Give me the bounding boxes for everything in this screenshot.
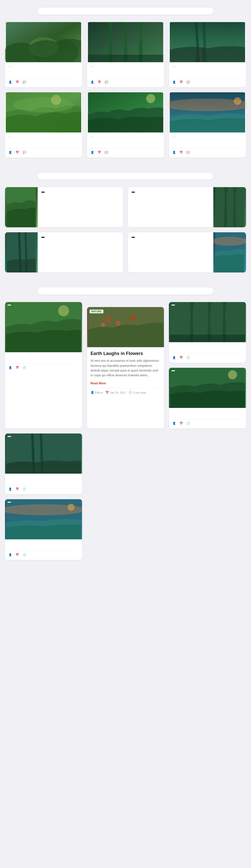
- card-vg3-body: 👤 📅 💬: [169, 62, 246, 87]
- comment-icon: 💬: [23, 151, 26, 154]
- card-vg5-tag: [91, 136, 95, 137]
- card-vg4-meta: 👤 📅 💬: [8, 148, 79, 154]
- card-vg3-image: [169, 22, 246, 62]
- svg-point-26: [116, 321, 121, 326]
- card-ge4-body: [128, 232, 213, 273]
- svg-point-25: [105, 317, 111, 322]
- section-title-grid2: [38, 173, 213, 180]
- card-vg1-image: [5, 22, 82, 62]
- card-be3-tag: [7, 436, 11, 437]
- card-vg1-tag: [8, 66, 12, 67]
- clock-icon: 🕐: [23, 488, 26, 491]
- block-col2: 👤 📅 🕐: [169, 302, 246, 429]
- section-grid-extended-2: [0, 167, 251, 282]
- card-vg5-meta: 👤 📅 💬: [91, 148, 161, 154]
- card-be5-body: 👤 📅 🕐: [169, 408, 246, 429]
- svg-point-28: [129, 315, 136, 322]
- calendar-icon: 📅: [98, 81, 101, 84]
- card-vg6-image: [169, 92, 246, 132]
- card-vg2-tag: [91, 66, 95, 67]
- svg-point-21: [213, 237, 246, 246]
- calendar-icon: 📅: [180, 356, 183, 359]
- comment-icon: 💬: [187, 81, 190, 84]
- comment-icon: 💬: [23, 81, 26, 84]
- card-be6: 👤 📅 🕐: [5, 499, 82, 560]
- comment-icon: 💬: [105, 81, 108, 84]
- user-icon: 👤: [8, 81, 12, 84]
- card-be1-meta: 👤 📅 🕐: [8, 363, 79, 369]
- section-title-block3: [38, 287, 213, 294]
- card-vg2-body: 👤 📅 💬: [87, 62, 164, 87]
- user-icon: 👤: [172, 151, 176, 154]
- card-be3-meta: 👤 📅 🕐: [8, 485, 79, 491]
- svg-rect-18: [215, 187, 244, 227]
- block-extended-3-container: 👤 📅 🕐 Nature Earth Laughs in Flower: [5, 302, 246, 560]
- card-vg1-comments: 💬: [23, 81, 27, 84]
- calendar-icon: 📅: [15, 366, 19, 369]
- card-vg5: 👤 📅 💬: [87, 92, 164, 158]
- calendar-icon: 📅: [15, 488, 19, 491]
- card-be5-meta: 👤 📅 🕐: [172, 419, 243, 425]
- svg-rect-30: [170, 335, 245, 342]
- card-vg3-tag: [172, 66, 177, 67]
- card-vg1-author: 👤: [8, 81, 13, 84]
- card-be5-tag: [171, 370, 175, 371]
- card-ge1-image: [5, 187, 38, 227]
- card-vg5-image: [87, 92, 164, 132]
- section-vertical-grid-3: 👤 📅 💬: [0, 0, 251, 167]
- card-ge1-body: [38, 187, 123, 227]
- user-icon: 👤: [172, 81, 176, 84]
- card-ge2-image: [213, 187, 246, 227]
- calendar-icon: 📅: [180, 81, 183, 84]
- card-ge4: [128, 232, 246, 273]
- card-ge3-tag: [41, 237, 45, 238]
- card-vg1-body: 👤 📅 💬: [5, 62, 82, 87]
- card-be3: 👤 📅 🕐: [5, 434, 82, 494]
- svg-point-32: [228, 370, 237, 379]
- card-vg3: 👤 📅 💬: [169, 22, 246, 87]
- calendar-icon: 📅: [15, 151, 19, 154]
- comment-icon: 💬: [105, 151, 108, 154]
- card-vg6-meta: 👤 📅 💬: [172, 148, 243, 154]
- calendar-icon: 📅: [15, 81, 19, 84]
- card-ge2-body: [128, 187, 213, 227]
- svg-point-11: [51, 95, 61, 105]
- card-ge4-image: [213, 232, 246, 273]
- card-vg3-meta: 👤 📅 💬: [172, 78, 243, 84]
- card-be3-body: 👤 📅 🕐: [5, 474, 82, 494]
- calendar-icon: 📅: [180, 151, 183, 154]
- user-icon: 👤: [91, 81, 94, 84]
- card-be6-meta: 👤 📅 🕐: [8, 550, 79, 556]
- user-icon: 👤: [172, 422, 176, 425]
- card-vg2: 👤 📅 💬: [87, 22, 164, 87]
- card-be2-meta: 👤 📅 🕐: [172, 353, 243, 359]
- user-icon: 👤: [8, 366, 12, 369]
- card-be6-body: 👤 📅 🕐: [5, 539, 82, 560]
- svg-rect-5: [88, 55, 163, 62]
- card-be1: 👤 📅 🕐: [5, 302, 82, 429]
- card-be2: 👤 📅 🕐: [169, 302, 246, 363]
- svg-point-16: [234, 97, 242, 105]
- card-be5: 👤 📅 🕐: [169, 368, 246, 429]
- card-vg4-body: 👤 📅 💬: [5, 132, 82, 158]
- card-ge3-image: [5, 232, 38, 273]
- card-vg2-meta: 👤 📅 💬: [91, 78, 161, 84]
- user-icon: 👤: [172, 356, 176, 359]
- card-be1-body: 👤 📅 🕐: [5, 352, 82, 373]
- card-vg4-tag: [8, 136, 12, 137]
- calendar-icon: 📅: [15, 553, 19, 556]
- user-icon: 👤: [91, 151, 94, 154]
- clock-icon: 🕐: [23, 366, 26, 369]
- card-ge3-body: [38, 232, 123, 273]
- card-vg6: 👤 📅 💬: [169, 92, 246, 158]
- card-vg5-body: 👤 📅 💬: [87, 132, 164, 158]
- calendar-icon: 📅: [180, 422, 183, 425]
- card-vg4-image: [5, 92, 82, 132]
- card-ge3: [5, 232, 123, 273]
- clock-icon: 🕐: [187, 422, 190, 425]
- user-icon: 👤: [8, 488, 12, 491]
- svg-point-10: [13, 97, 73, 113]
- svg-point-36: [67, 504, 74, 511]
- card-be1-tag: [7, 305, 11, 306]
- card-ge2-tag: [131, 192, 135, 193]
